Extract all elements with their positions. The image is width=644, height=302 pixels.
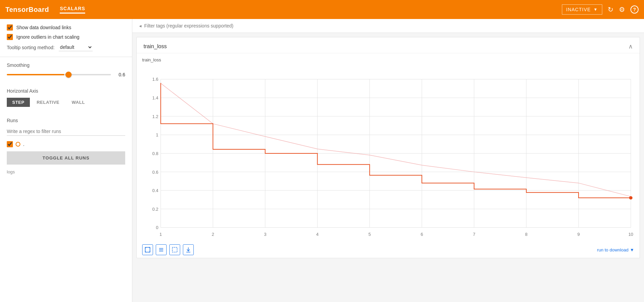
sidebar: Show data download links Ignore outliers… [0, 19, 132, 302]
smoothing-value: 0.6 [115, 72, 125, 77]
options-section: Show data download links Ignore outliers… [0, 19, 132, 57]
filter-icon: ◂ [139, 23, 141, 29]
download-icon [185, 247, 191, 253]
svg-text:0.2: 0.2 [152, 207, 158, 212]
svg-text:1.2: 1.2 [152, 114, 158, 119]
svg-text:0.8: 0.8 [152, 151, 158, 156]
axis-buttons: STEP RELATIVE WALL [7, 98, 125, 107]
chart-svg-wrapper: .grid-line { stroke: #e0e0e0; stroke-wid… [142, 65, 634, 242]
settings-icon[interactable]: ⚙ [619, 5, 625, 14]
tensorboard-logo: TensorBoard [5, 6, 49, 14]
raw-data-line [161, 83, 631, 198]
show-download-label: Show data download links [16, 25, 71, 30]
run-checkbox[interactable] [7, 141, 13, 147]
select-icon [172, 247, 178, 253]
svg-text:1.6: 1.6 [152, 77, 158, 82]
smoothing-title: Smoothing [7, 62, 125, 68]
tag-filter-input[interactable] [144, 23, 637, 29]
axis-step-button[interactable]: STEP [7, 98, 30, 107]
svg-text:4: 4 [316, 232, 319, 237]
tooltip-row: Tooltip sorting method: default descendi… [7, 43, 125, 51]
status-dropdown[interactable]: INACTIVE ▼ [562, 4, 602, 15]
axis-wall-button[interactable]: WALL [66, 98, 90, 107]
dropdown-arrow-icon: ▼ [630, 247, 634, 252]
ignore-outliers-row: Ignore outliers in chart scaling [7, 34, 125, 40]
status-label: INACTIVE [566, 7, 591, 12]
svg-text:0.6: 0.6 [152, 170, 158, 175]
logs-label: logs [7, 169, 15, 174]
toggle-all-runs-button[interactable]: TOGGLE ALL RUNS [7, 151, 125, 165]
svg-text:0.4: 0.4 [152, 188, 158, 193]
h-axis-title: Horizontal Axis [7, 88, 125, 94]
svg-rect-39 [145, 247, 150, 252]
runs-title: Runs [7, 118, 125, 123]
run-name: . [23, 141, 24, 147]
horizontal-axis-section: Horizontal Axis STEP RELATIVE WALL [0, 83, 132, 112]
svg-text:3: 3 [264, 232, 266, 237]
svg-text:1.4: 1.4 [152, 95, 158, 100]
run-color-indicator [16, 142, 20, 147]
tooltip-sorting-select[interactable]: default descending ascending nearest [59, 43, 93, 51]
smoothed-line [161, 83, 631, 196]
refresh-icon[interactable]: ↻ [608, 5, 613, 14]
chart-subtitle: train_loss [142, 57, 634, 62]
header: TensorBoard SCALARS INACTIVE ▼ ↻ ⚙ ? [0, 0, 644, 19]
header-left: TensorBoard SCALARS [5, 6, 85, 14]
chart-svg: .grid-line { stroke: #e0e0e0; stroke-wid… [142, 65, 634, 242]
smoothing-section: Smoothing 0.6 [0, 57, 132, 83]
data-list-button[interactable] [156, 244, 167, 255]
help-icon[interactable]: ? [630, 5, 639, 14]
svg-text:0: 0 [156, 225, 158, 230]
header-right: INACTIVE ▼ ↻ ⚙ ? [562, 4, 639, 15]
chart-toolbar: run to download ▼ [137, 242, 640, 258]
ignore-outliers-checkbox[interactable] [7, 34, 13, 40]
run-item: . [7, 141, 125, 147]
list-icon [158, 247, 164, 253]
chart-collapse-button[interactable]: ∧ [628, 43, 633, 50]
main-content: ◂ train_loss ∧ train_loss .grid-line { s… [132, 19, 644, 302]
smoothing-slider-row: 0.6 [7, 72, 125, 77]
svg-text:1: 1 [156, 132, 158, 137]
svg-text:9: 9 [577, 232, 580, 237]
svg-rect-51 [172, 247, 177, 252]
ignore-outliers-label: Ignore outliers in chart scaling [16, 34, 79, 40]
svg-text:6: 6 [421, 232, 423, 237]
show-download-checkbox[interactable] [7, 24, 13, 31]
show-download-row: Show data download links [7, 24, 125, 31]
run-to-download-label: run to download [597, 247, 629, 252]
chart-toolbar-left [142, 244, 194, 255]
runs-section: Runs . TOGGLE ALL RUNS logs [0, 112, 132, 302]
select-region-button[interactable] [169, 244, 180, 255]
scalars-nav[interactable]: SCALARS [60, 6, 85, 14]
svg-text:10: 10 [628, 232, 633, 237]
fit-icon [145, 247, 151, 253]
chart-card: train_loss ∧ train_loss .grid-line { str… [136, 37, 640, 258]
chart-container: train_loss .grid-line { stroke: #e0e0e0;… [137, 53, 640, 242]
svg-text:5: 5 [368, 232, 371, 237]
smoothing-slider[interactable] [7, 74, 111, 75]
svg-text:7: 7 [473, 232, 475, 237]
data-point-10 [629, 196, 632, 200]
axis-relative-button[interactable]: RELATIVE [31, 98, 65, 107]
runs-filter-input[interactable] [7, 127, 125, 136]
main-layout: Show data download links Ignore outliers… [0, 19, 644, 302]
svg-text:2: 2 [212, 232, 214, 237]
svg-text:1: 1 [159, 232, 162, 237]
download-button[interactable] [183, 244, 194, 255]
run-to-download-dropdown[interactable]: run to download ▼ [597, 247, 634, 252]
filter-bar: ◂ [132, 19, 644, 33]
chart-title: train_loss [144, 43, 167, 50]
svg-text:8: 8 [525, 232, 528, 237]
chevron-down-icon: ▼ [593, 7, 598, 12]
chart-header: train_loss ∧ [137, 37, 640, 53]
tooltip-sorting-label: Tooltip sorting method: [7, 45, 55, 50]
fit-chart-button[interactable] [142, 244, 153, 255]
